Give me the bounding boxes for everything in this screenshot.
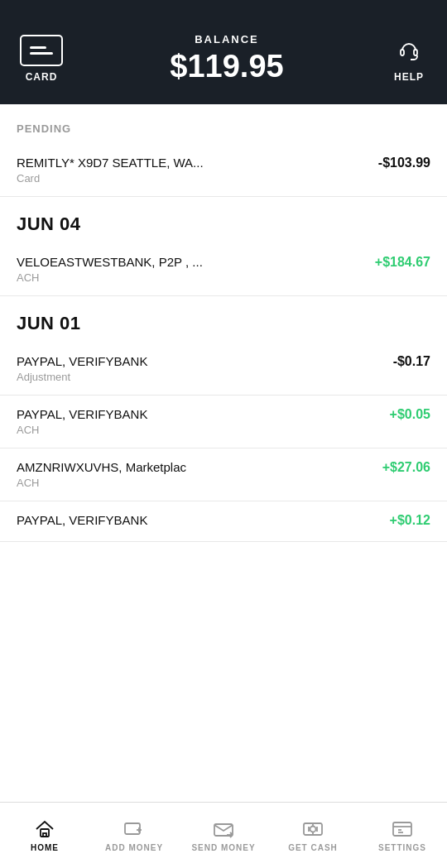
txn-name: AMZNRIWXUVHS, Marketplac	[17, 460, 186, 474]
transactions-content: PENDING REMITLY* X9D7 SEATTLE, WA... Car…	[0, 104, 447, 608]
settings-icon	[392, 818, 413, 840]
txn-name: VELOEASTWESTBANK, P2P , ...	[17, 255, 203, 269]
balance-amount: $119.95	[170, 49, 283, 84]
card-label: CARD	[26, 71, 58, 83]
balance-section: BALANCE $119.95	[170, 33, 283, 84]
svg-rect-3	[43, 833, 46, 837]
get-cash-icon	[302, 818, 324, 840]
txn-sub: Card	[17, 172, 204, 185]
txn-amount: +$27.06	[382, 460, 430, 475]
nav-item-send-money[interactable]: SEND MONEY	[182, 818, 265, 852]
svg-point-12	[310, 827, 316, 832]
add-money-icon	[123, 818, 145, 840]
help-nav[interactable]: HELP	[391, 35, 427, 83]
card-nav[interactable]: CARD	[20, 35, 63, 83]
txn-sub: ACH	[17, 424, 147, 436]
svg-rect-1	[414, 50, 417, 55]
txn-amount: +$0.05	[390, 407, 430, 422]
table-row[interactable]: PAYPAL, VERIFYBANK Adjustment -$0.17	[0, 343, 447, 396]
headset-icon	[398, 40, 420, 61]
pending-label: PENDING	[17, 122, 71, 135]
header: CARD BALANCE $119.95 HELP	[0, 0, 447, 104]
txn-sub: ACH	[17, 477, 186, 489]
date-label-jun01: JUN 01	[17, 313, 81, 333]
nav-label-add-money: ADD MONEY	[105, 843, 163, 852]
nav-label-send-money: SEND MONEY	[191, 843, 255, 852]
bottom-nav: HOME ADD MONEY SEND MONEY GET	[0, 802, 447, 868]
balance-label: BALANCE	[195, 33, 259, 46]
txn-sub: Adjustment	[17, 371, 147, 383]
table-row[interactable]: PAYPAL, VERIFYBANK ACH +$0.05	[0, 396, 447, 448]
txn-name: PAYPAL, VERIFYBANK	[17, 354, 147, 368]
txn-amount: +$0.12	[390, 513, 430, 528]
nav-label-get-cash: GET CASH	[288, 843, 338, 852]
table-row[interactable]: VELOEASTWESTBANK, P2P , ... ACH +$184.67	[0, 243, 447, 296]
table-row[interactable]: AMZNRIWXUVHS, Marketplac ACH +$27.06	[0, 448, 447, 501]
help-label: HELP	[394, 71, 424, 83]
svg-rect-0	[401, 50, 404, 55]
jun01-section-header: JUN 01	[0, 296, 447, 343]
nav-item-settings[interactable]: SETTINGS	[361, 818, 444, 852]
help-icon-box	[391, 35, 427, 66]
svg-rect-4	[125, 823, 140, 834]
nav-item-home[interactable]: HOME	[3, 818, 86, 852]
txn-amount: +$184.67	[375, 255, 430, 270]
home-icon	[34, 818, 55, 840]
jun04-section-header: JUN 04	[0, 197, 447, 243]
nav-item-add-money[interactable]: ADD MONEY	[93, 818, 175, 852]
send-money-icon	[213, 818, 234, 840]
txn-amount: -$103.99	[378, 156, 430, 170]
pending-section-header: PENDING	[0, 104, 447, 144]
txn-name: PAYPAL, VERIFYBANK	[17, 513, 147, 527]
txn-amount: -$0.17	[393, 354, 430, 369]
nav-label-home: HOME	[31, 843, 59, 852]
txn-sub: ACH	[17, 271, 203, 284]
svg-rect-17	[393, 822, 411, 836]
nav-label-settings: SETTINGS	[378, 843, 426, 852]
table-row[interactable]: REMITLY* X9D7 SEATTLE, WA... Card -$103.…	[0, 144, 447, 197]
nav-item-get-cash[interactable]: GET CASH	[272, 818, 354, 852]
txn-name: PAYPAL, VERIFYBANK	[17, 407, 147, 421]
txn-name: REMITLY* X9D7 SEATTLE, WA...	[17, 156, 204, 170]
date-label-jun04: JUN 04	[17, 213, 81, 234]
table-row[interactable]: PAYPAL, VERIFYBANK +$0.12	[0, 501, 447, 542]
card-icon	[20, 35, 63, 66]
